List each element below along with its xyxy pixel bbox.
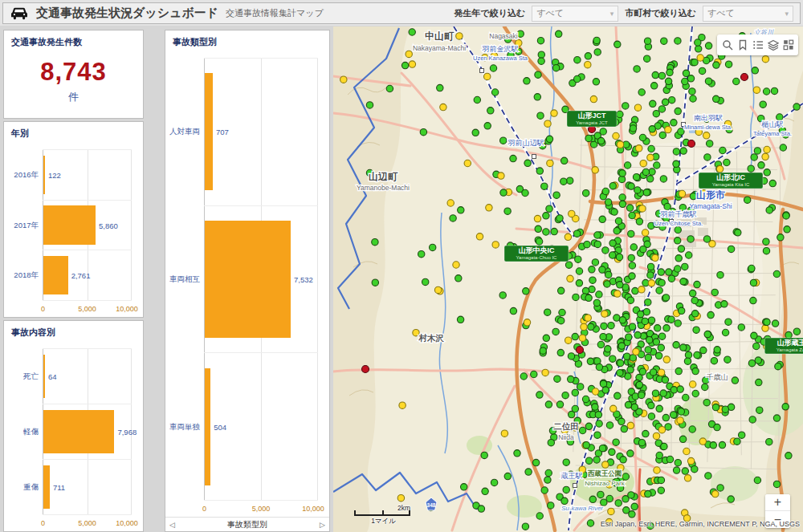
accident-marker[interactable]: [593, 37, 600, 43]
accident-marker[interactable]: [680, 278, 687, 285]
accident-marker[interactable]: [690, 290, 696, 296]
accident-marker[interactable]: [683, 394, 689, 400]
accident-marker[interactable]: [606, 495, 613, 502]
accident-marker[interactable]: [565, 337, 572, 343]
accident-marker[interactable]: [687, 75, 694, 82]
accident-marker[interactable]: [457, 316, 463, 323]
accident-marker[interactable]: [535, 225, 541, 232]
accident-marker[interactable]: [574, 75, 581, 82]
accident-marker[interactable]: [642, 229, 648, 236]
accident-marker[interactable]: [567, 275, 573, 282]
accident-marker[interactable]: [649, 126, 655, 132]
accident-marker[interactable]: [582, 396, 589, 402]
accident-marker[interactable]: [552, 65, 559, 71]
accident-marker[interactable]: [491, 89, 498, 95]
bar[interactable]: [205, 221, 291, 338]
accident-marker[interactable]: [597, 491, 604, 497]
accident-marker[interactable]: [644, 55, 650, 62]
accident-marker[interactable]: [686, 252, 692, 258]
accident-marker[interactable]: [728, 496, 734, 502]
accident-marker[interactable]: [487, 108, 494, 114]
accident-marker[interactable]: [692, 390, 699, 396]
accident-marker[interactable]: [777, 114, 783, 120]
accident-marker[interactable]: [498, 173, 504, 179]
accident-marker[interactable]: [640, 246, 646, 253]
accident-marker[interactable]: [675, 368, 682, 374]
accident-marker[interactable]: [522, 189, 528, 196]
accident-marker[interactable]: [437, 84, 443, 91]
accident-marker[interactable]: [596, 363, 602, 370]
accident-marker[interactable]: [576, 268, 582, 274]
accident-marker[interactable]: [648, 413, 654, 420]
accident-marker[interactable]: [642, 318, 648, 324]
accident-marker[interactable]: [650, 100, 656, 107]
accident-marker[interactable]: [653, 111, 659, 117]
accident-marker[interactable]: [386, 85, 393, 91]
accident-marker[interactable]: [484, 73, 491, 79]
accident-marker[interactable]: [697, 55, 703, 61]
accident-marker[interactable]: [534, 94, 540, 100]
accident-marker[interactable]: [609, 449, 615, 455]
accident-marker[interactable]: [678, 128, 684, 135]
accident-marker[interactable]: [652, 254, 658, 261]
accident-marker[interactable]: [617, 370, 623, 376]
accident-marker[interactable]: [572, 405, 578, 412]
accident-marker[interactable]: [616, 254, 622, 260]
accident-marker[interactable]: [716, 165, 723, 172]
accident-marker[interactable]: [619, 317, 626, 323]
accident-marker[interactable]: [585, 294, 592, 301]
accident-marker[interactable]: [597, 341, 604, 347]
accident-marker[interactable]: [734, 438, 740, 445]
accident-marker[interactable]: [699, 438, 706, 445]
accident-marker[interactable]: [628, 230, 634, 237]
accident-marker[interactable]: [783, 213, 789, 219]
accident-marker[interactable]: [669, 97, 675, 104]
accident-marker[interactable]: [482, 488, 488, 494]
accident-marker[interactable]: [609, 183, 616, 189]
accident-marker[interactable]: [629, 323, 635, 330]
accident-marker[interactable]: [541, 487, 548, 493]
accident-marker[interactable]: [545, 469, 552, 476]
accident-marker[interactable]: [758, 162, 764, 169]
accident-marker[interactable]: [673, 342, 679, 348]
accident-marker[interactable]: [707, 311, 714, 318]
accident-marker[interactable]: [434, 286, 441, 293]
accident-marker[interactable]: [772, 320, 778, 327]
accident-marker[interactable]: [656, 405, 662, 412]
accident-marker[interactable]: [721, 301, 728, 307]
accident-marker[interactable]: [568, 376, 574, 382]
accident-marker[interactable]: [647, 263, 654, 270]
accident-marker[interactable]: [464, 160, 471, 166]
accident-marker[interactable]: [785, 453, 792, 459]
accident-marker[interactable]: [677, 417, 683, 424]
accident-marker[interactable]: [587, 358, 593, 364]
accident-marker[interactable]: [658, 477, 664, 483]
accident-marker[interactable]: [638, 392, 645, 398]
accident-marker[interactable]: [605, 346, 611, 352]
accident-marker[interactable]: [455, 275, 462, 282]
accident-marker[interactable]: [753, 343, 760, 349]
accident-marker[interactable]: [675, 266, 681, 272]
accident-marker[interactable]: [671, 120, 677, 126]
accident-marker[interactable]: [440, 104, 446, 110]
accident-marker[interactable]: [638, 440, 645, 446]
bar[interactable]: [43, 256, 68, 294]
bar[interactable]: [43, 156, 45, 194]
accident-marker[interactable]: [694, 281, 700, 287]
accident-marker[interactable]: [766, 207, 772, 213]
accident-marker[interactable]: [551, 228, 557, 234]
accident-marker[interactable]: [702, 384, 708, 390]
accident-marker[interactable]: [617, 111, 623, 117]
accident-marker[interactable]: [491, 479, 497, 485]
accident-marker[interactable]: [666, 456, 673, 462]
accident-marker[interactable]: [711, 289, 718, 295]
accident-marker[interactable]: [600, 380, 606, 387]
accident-marker[interactable]: [372, 279, 378, 286]
accident-marker[interactable]: [588, 323, 594, 330]
accident-marker[interactable]: [638, 286, 645, 293]
accident-marker[interactable]: [560, 178, 567, 185]
accident-marker[interactable]: [703, 400, 710, 406]
accident-marker[interactable]: [609, 355, 616, 362]
accident-marker[interactable]: [712, 404, 719, 410]
accident-marker[interactable]: [545, 401, 552, 408]
